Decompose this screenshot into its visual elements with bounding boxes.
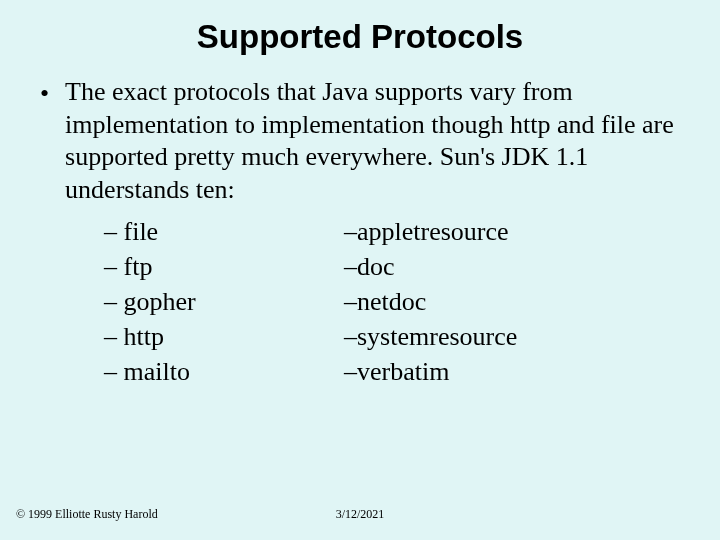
list-item-label: ftp — [124, 252, 153, 281]
footer-date: 3/12/2021 — [336, 507, 385, 522]
body-text: The exact protocols that Java supports v… — [65, 76, 686, 206]
list-item: –doc — [344, 249, 517, 284]
list-item-label: gopher — [124, 287, 196, 316]
protocol-lists: – file – ftp – gopher – http – mailto –a… — [34, 214, 686, 389]
right-column: –appletresource –doc –netdoc –systemreso… — [344, 214, 517, 389]
list-item-label: systemresource — [357, 322, 517, 351]
bullet-icon: • — [40, 78, 49, 109]
main-bullet: • The exact protocols that Java supports… — [40, 76, 686, 206]
list-item: –netdoc — [344, 284, 517, 319]
slide-title: Supported Protocols — [34, 18, 686, 56]
list-item: – http — [104, 319, 334, 354]
list-item: – ftp — [104, 249, 334, 284]
footer: © 1999 Elliotte Rusty Harold 3/12/2021 — [0, 507, 720, 522]
list-item: –appletresource — [344, 214, 517, 249]
list-item-label: file — [124, 217, 159, 246]
slide: Supported Protocols • The exact protocol… — [0, 0, 720, 389]
list-item: – mailto — [104, 354, 334, 389]
list-item-label: mailto — [124, 357, 190, 386]
list-item-label: netdoc — [357, 287, 426, 316]
footer-copyright: © 1999 Elliotte Rusty Harold — [16, 507, 158, 522]
list-item: – gopher — [104, 284, 334, 319]
list-item-label: verbatim — [357, 357, 449, 386]
list-item: –systemresource — [344, 319, 517, 354]
list-item: – file — [104, 214, 334, 249]
list-item: –verbatim — [344, 354, 517, 389]
list-item-label: appletresource — [357, 217, 509, 246]
list-item-label: doc — [357, 252, 395, 281]
left-column: – file – ftp – gopher – http – mailto — [104, 214, 334, 389]
list-item-label: http — [124, 322, 164, 351]
